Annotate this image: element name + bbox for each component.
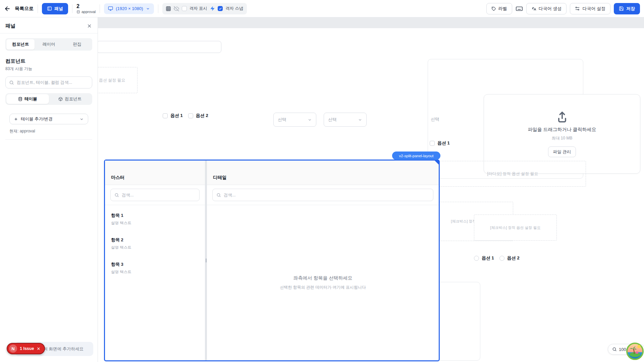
dev-issue-badge[interactable]: N 1 Issue ✕ — [7, 343, 45, 354]
divider — [5, 139, 92, 140]
master-search-input[interactable] — [122, 193, 196, 197]
canvas-radio-warning-box[interactable]: [라디오] 정적 옵션 설정 필요 — [439, 161, 586, 187]
radio-icon[interactable] — [474, 256, 479, 261]
canvas-checkbox-warning-box-2[interactable]: [체크박스] 정적 옵션 설정 필요 — [474, 215, 557, 241]
file-manage-button[interactable]: 파일 관리 — [548, 146, 576, 157]
master-item-list: 항목 1 설명 텍스트 항목 2 설명 텍스트 항목 3 설명 텍스트 — [105, 205, 205, 283]
add-table-button[interactable]: 테이블 추가/변경 — [9, 114, 88, 124]
page-indicator: 2 approval — [76, 3, 96, 14]
toggle-component[interactable]: 컴포넌트 — [49, 94, 92, 104]
panel-close-button[interactable] — [87, 23, 92, 29]
checkbox-option-1[interactable]: 옵션 1 — [163, 113, 183, 119]
label-button[interactable]: 라벨 — [486, 3, 512, 14]
grid-icon — [166, 6, 171, 11]
screen-size-value: (644 × 362) — [116, 6, 143, 11]
tab-components[interactable]: 컴포넌트 — [6, 39, 35, 50]
checkbox-option-2[interactable]: 옵션 2 — [188, 113, 208, 119]
save-icon — [619, 6, 624, 11]
add-table-label: 테이블 추가/변경 — [21, 116, 77, 122]
components-section-title: 컴포넌트 — [5, 58, 92, 64]
checkbox-warning-text: [체크박스] 정적 옵션 설정 필요 — [490, 225, 540, 230]
canvas-text-input[interactable] — [97, 41, 221, 53]
card-checkbox-option-1[interactable]: 옵션 1 — [430, 140, 450, 146]
current-table-text: 현재: approval — [9, 128, 88, 134]
master-pane: 마스터 항목 1 설명 텍스트 항목 2 설명 텍스트 항목 3 — [105, 161, 205, 360]
card-select-label: 선택 — [431, 116, 439, 122]
list-item[interactable]: 항목 2 설명 텍스트 — [110, 234, 200, 254]
split-resize-handle[interactable] — [205, 161, 207, 360]
toggle-table[interactable]: 테이블 — [6, 94, 49, 104]
chevron-down-icon — [79, 117, 84, 121]
divider — [72, 4, 72, 13]
screen-size-selector[interactable]: (644 × 362) — [104, 3, 154, 14]
tag-icon — [491, 6, 496, 11]
detail-title: 디테일 — [213, 175, 227, 181]
canvas-select-1[interactable]: 선택 — [273, 113, 316, 127]
island-sticker[interactable] — [626, 343, 644, 360]
select-value: 선택 — [328, 117, 337, 123]
detail-search-row — [207, 185, 439, 205]
languages-icon — [531, 6, 536, 11]
table-name: approval — [82, 10, 96, 14]
canvas-select-2[interactable]: 선택 — [324, 113, 367, 127]
list-item[interactable]: 항목 3 설명 텍스트 — [110, 258, 200, 279]
panel-tabs: 컴포넌트 레이어 편집 — [5, 38, 92, 51]
select-value: 선택 — [278, 117, 286, 123]
grid-snap-checkbox[interactable] — [218, 6, 223, 11]
empty-state-desc: 선택한 항목의 관련 데이터가 여기에 표시됩니다 — [280, 285, 366, 290]
grid-show-checkbox[interactable] — [182, 6, 187, 11]
issue-logo: N — [9, 345, 17, 353]
box-icon — [58, 97, 63, 101]
save-button[interactable]: 저장 — [614, 3, 640, 14]
canvas-radio-group: 옵션 1 옵션 2 — [474, 255, 520, 261]
canvas-checkbox-group: 옵션 1 옵션 2 — [163, 113, 208, 119]
component-badge: v2-split-panel-layout — [392, 152, 440, 160]
chevron-down-icon — [308, 118, 312, 122]
database-icon — [18, 97, 22, 101]
detail-search-input[interactable] — [224, 193, 429, 197]
checkbox-label: 옵션 2 — [196, 113, 208, 119]
master-title: 마스터 — [111, 175, 125, 181]
eye-off-icon — [174, 6, 179, 11]
upload-title: 파일을 드래그하거나 클릭하세요 — [528, 127, 596, 133]
component-search-input[interactable] — [17, 80, 89, 85]
back-button[interactable] — [4, 5, 11, 12]
keyboard-shortcuts-button[interactable] — [516, 5, 523, 12]
resize-corner-handle[interactable] — [434, 160, 439, 165]
keyboard-icon — [516, 5, 523, 12]
i18n-settings-button[interactable]: 다국어 설정 — [570, 3, 610, 14]
checkbox-label: 옵션 1 — [170, 113, 183, 119]
components-count: 83개 사용 가능 — [5, 66, 92, 72]
empty-state-title: 좌측에서 항목을 선택하세요 — [293, 275, 353, 281]
component-badge-label: v2-split-panel-layout — [399, 154, 434, 158]
checkbox-icon[interactable] — [188, 113, 193, 118]
search-icon — [9, 80, 14, 85]
issue-close-icon[interactable]: ✕ — [37, 346, 40, 351]
detail-pane-header: 디테일 — [207, 161, 439, 185]
checkbox-label: 옵션 1 — [437, 140, 450, 146]
checkbox-icon[interactable] — [163, 113, 168, 118]
checkbox-icon[interactable] — [430, 141, 435, 146]
panel-button-label: 패널 — [54, 6, 63, 12]
grid-snap-label[interactable]: 격자 스냅 — [225, 6, 243, 11]
zap-icon — [210, 6, 215, 11]
panel-toggle-button[interactable]: 패널 — [42, 3, 68, 14]
split-panel-component[interactable]: 마스터 항목 1 설명 텍스트 항목 2 설명 텍스트 항목 3 — [104, 160, 440, 361]
i18n-generate-text: 다국어 생성 — [539, 6, 562, 12]
back-label[interactable]: 목록으로 — [15, 6, 34, 12]
tab-edit[interactable]: 편집 — [63, 39, 91, 50]
master-search-row — [105, 185, 205, 205]
save-button-text: 저장 — [626, 6, 635, 12]
toggle-table-label: 테이블 — [24, 96, 37, 102]
chevron-down-icon — [358, 118, 362, 122]
radio-option-2[interactable]: 옵션 2 — [499, 255, 520, 261]
list-item[interactable]: 항목 1 설명 텍스트 — [110, 209, 200, 230]
i18n-generate-button[interactable]: 다국어 생성 — [526, 3, 567, 14]
tab-layers[interactable]: 레이어 — [35, 39, 63, 50]
radio-icon[interactable] — [499, 256, 504, 261]
grid-show-label[interactable]: 격자 표시 — [190, 6, 207, 11]
radio-option-1[interactable]: 옵션 1 — [474, 255, 494, 261]
toggle-component-label: 컴포넌트 — [65, 96, 82, 102]
database-icon — [76, 10, 80, 14]
search-icon — [114, 193, 119, 197]
